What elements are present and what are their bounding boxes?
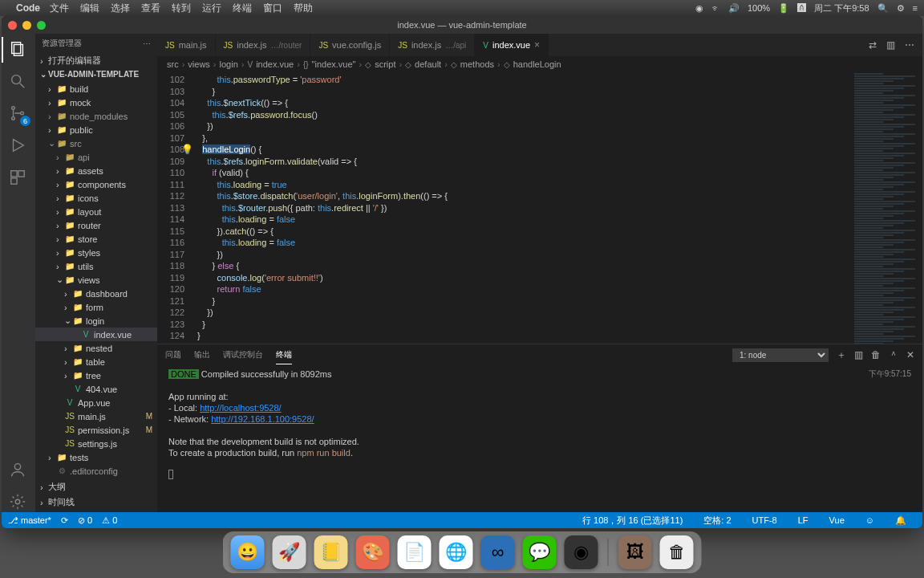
indent-setting[interactable]: 空格: 2 bbox=[703, 515, 731, 527]
sidebar-more-icon[interactable]: ⋯ bbox=[143, 39, 151, 48]
dock-obs-icon[interactable]: ◉ bbox=[565, 535, 598, 569]
search-icon[interactable] bbox=[9, 72, 28, 92]
terminal-selector[interactable]: 1: node bbox=[732, 348, 829, 362]
control-center-icon[interactable]: ⚙ bbox=[897, 3, 905, 14]
menu-terminal[interactable]: 终端 bbox=[233, 2, 252, 15]
cursor-position[interactable]: 行 108，列 16 (已选择11) bbox=[582, 515, 683, 527]
tree-folder-tests[interactable]: ›📁tests bbox=[35, 450, 157, 464]
new-terminal-icon[interactable]: ＋ bbox=[837, 348, 846, 362]
breadcrumb-item[interactable]: login bbox=[220, 59, 238, 69]
tree-folder-views[interactable]: ⌄📁views bbox=[35, 273, 157, 287]
close-panel-icon[interactable]: ✕ bbox=[906, 349, 914, 360]
dock-notes-icon[interactable]: 📒 bbox=[314, 535, 348, 569]
tree-folder-src[interactable]: ⌄📁src bbox=[35, 136, 157, 150]
tab-index-js[interactable]: JSindex.js…/router bbox=[216, 34, 311, 56]
lightbulb-icon[interactable]: 💡 bbox=[181, 144, 193, 155]
tree-folder-dashboard[interactable]: ›📁dashboard bbox=[35, 287, 157, 300]
close-window-button[interactable] bbox=[8, 21, 17, 30]
compare-icon[interactable]: ⇄ bbox=[869, 39, 877, 51]
notifications-icon[interactable]: 🔔 bbox=[895, 515, 906, 527]
input-method-icon[interactable]: 🅰 bbox=[797, 3, 806, 13]
breadcrumb-item[interactable]: script bbox=[375, 59, 395, 69]
eol[interactable]: LF bbox=[798, 515, 808, 527]
breadcrumb-item[interactable]: default bbox=[415, 59, 441, 69]
battery-icon[interactable]: 🔋 bbox=[778, 3, 789, 14]
breadcrumbs[interactable]: src›views›login›Vindex.vue›{}"index.vue"… bbox=[157, 56, 922, 72]
breadcrumb-item[interactable]: methods bbox=[460, 59, 494, 69]
tab-vue-config-js[interactable]: JSvue.config.js bbox=[310, 34, 390, 56]
panel-tab-problems[interactable]: 问题 bbox=[165, 346, 181, 364]
panel-tab-debug[interactable]: 调试控制台 bbox=[223, 346, 263, 364]
tab-main-js[interactable]: JSmain.js bbox=[157, 34, 216, 56]
menu-window[interactable]: 窗口 bbox=[263, 2, 282, 15]
tree-folder-table[interactable]: ›📁table bbox=[35, 355, 157, 368]
errors-count[interactable]: ⊘ 0 bbox=[78, 515, 92, 526]
language-mode[interactable]: Vue bbox=[829, 515, 845, 527]
tab-close-icon[interactable]: × bbox=[534, 39, 540, 51]
clock[interactable]: 周二 下午9:58 bbox=[814, 2, 869, 14]
terminal-output[interactable]: 下午9:57:15 DONE Compiled successfully in … bbox=[157, 365, 922, 512]
git-sync[interactable]: ⟳ bbox=[61, 515, 68, 526]
panel-tab-terminal[interactable]: 终端 bbox=[276, 346, 292, 364]
breadcrumb-item[interactable]: views bbox=[188, 59, 210, 69]
tree-file-permission-js[interactable]: JSpermission.jsM bbox=[35, 423, 157, 437]
account-icon[interactable] bbox=[9, 461, 28, 480]
tree-folder-api[interactable]: ›📁api bbox=[35, 150, 157, 164]
tab-index-vue[interactable]: Vindex.vue× bbox=[475, 34, 549, 56]
tree-folder-store[interactable]: ›📁store bbox=[35, 232, 157, 246]
tree-folder-build[interactable]: ›📁build bbox=[35, 82, 157, 96]
tree-folder-styles[interactable]: ›📁styles bbox=[35, 246, 157, 259]
dock-textedit-icon[interactable]: 📄 bbox=[398, 535, 432, 569]
kill-terminal-icon[interactable]: 🗑 bbox=[871, 349, 881, 360]
tree-file-App-vue[interactable]: VApp.vue bbox=[35, 396, 157, 409]
dock-wechat-icon[interactable]: 💬 bbox=[523, 535, 557, 569]
settings-gear-icon[interactable] bbox=[9, 493, 28, 512]
tree-file-404-vue[interactable]: V404.vue bbox=[35, 382, 157, 396]
split-editor-icon[interactable]: ▥ bbox=[886, 39, 895, 51]
warnings-count[interactable]: ⚠ 0 bbox=[102, 515, 117, 526]
menu-edit[interactable]: 编辑 bbox=[80, 2, 99, 15]
tree-folder-login[interactable]: ⌄📁login bbox=[35, 314, 157, 328]
dock-photo-icon[interactable]: 🖼 bbox=[618, 535, 652, 569]
tree-folder-public[interactable]: ›📁public bbox=[35, 123, 157, 136]
app-name[interactable]: Code bbox=[16, 2, 40, 14]
dock-chrome-icon[interactable]: 🌐 bbox=[440, 535, 473, 569]
source-control-icon[interactable]: 6 bbox=[9, 104, 28, 124]
explorer-icon[interactable] bbox=[9, 40, 28, 59]
tree-file-settings-js[interactable]: JSsettings.js bbox=[35, 437, 157, 450]
tree-file-main-js[interactable]: JSmain.jsM bbox=[35, 409, 157, 423]
dock-vscode-icon[interactable]: ∞ bbox=[481, 535, 515, 569]
tree-folder-layout[interactable]: ›📁layout bbox=[35, 205, 157, 218]
open-editors-section[interactable]: ›打开的编辑器 bbox=[35, 53, 157, 68]
volume-icon[interactable]: 🔊 bbox=[728, 3, 740, 14]
menu-run[interactable]: 运行 bbox=[202, 2, 221, 15]
tree-folder-utils[interactable]: ›📁utils bbox=[35, 259, 157, 273]
tab-index-js[interactable]: JSindex.js…/api bbox=[390, 34, 475, 56]
record-icon[interactable]: ◉ bbox=[695, 3, 703, 14]
menu-view[interactable]: 查看 bbox=[141, 2, 160, 15]
git-branch[interactable]: ⎇ master* bbox=[8, 515, 51, 526]
tree-file-index-vue[interactable]: Vindex.vue bbox=[35, 328, 157, 341]
tree-folder-icons[interactable]: ›📁icons bbox=[35, 191, 157, 205]
tree-folder-router[interactable]: ›📁router bbox=[35, 218, 157, 232]
menu-select[interactable]: 选择 bbox=[111, 2, 130, 15]
tree-file--editorconfig[interactable]: ⚙.editorconfig bbox=[35, 464, 157, 478]
minimize-window-button[interactable] bbox=[22, 21, 31, 30]
tree-folder-form[interactable]: ›📁form bbox=[35, 300, 157, 314]
maximize-panel-icon[interactable]: ＾ bbox=[889, 348, 898, 362]
wifi-icon[interactable]: ᯤ bbox=[711, 3, 720, 13]
spotlight-icon[interactable]: 🔍 bbox=[877, 3, 889, 14]
dock-trash-icon[interactable]: 🗑 bbox=[660, 535, 694, 569]
tree-folder-assets[interactable]: ›📁assets bbox=[35, 164, 157, 177]
menu-file[interactable]: 文件 bbox=[50, 2, 69, 15]
more-actions-icon[interactable]: ⋯ bbox=[905, 39, 914, 51]
notification-icon[interactable]: ≡ bbox=[913, 3, 918, 13]
tree-folder-mock[interactable]: ›📁mock bbox=[35, 96, 157, 109]
feedback-icon[interactable]: ☺ bbox=[865, 515, 874, 527]
breadcrumb-item[interactable]: index.vue bbox=[256, 59, 294, 69]
debug-icon[interactable] bbox=[9, 136, 28, 156]
extensions-icon[interactable] bbox=[9, 169, 28, 188]
titlebar[interactable]: index.vue — vue-admin-template bbox=[2, 16, 922, 34]
dock-launchpad-icon[interactable]: 🚀 bbox=[273, 535, 306, 569]
split-terminal-icon[interactable]: ▥ bbox=[854, 349, 863, 360]
